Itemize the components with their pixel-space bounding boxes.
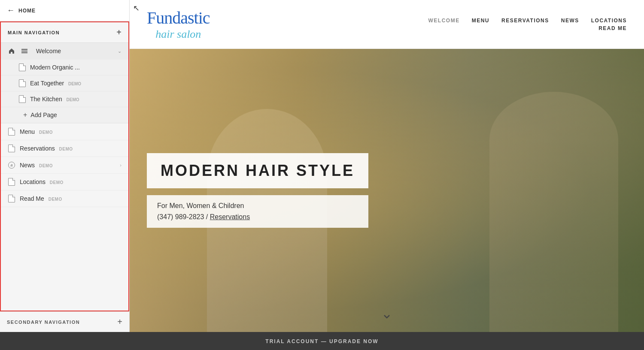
site-nav: WELCOME MENU RESERVATIONS NEWS LOCATIONS… bbox=[428, 18, 627, 31]
hero-section: MODERN HAIR STYLE For Men, Women & Child… bbox=[130, 49, 644, 332]
chevron-down-icon: ⌄ bbox=[118, 48, 122, 54]
secondary-nav-title: SECONDARY NAVIGATION bbox=[7, 320, 80, 325]
news-label: News DEMO bbox=[20, 162, 120, 169]
welcome-label: Welcome bbox=[36, 48, 118, 54]
hero-content: MODERN HAIR STYLE For Men, Women & Child… bbox=[130, 136, 386, 245]
site-header: Fundastic hair salon WELCOME MENU RESERV… bbox=[130, 0, 644, 49]
add-nav-item-button[interactable]: + bbox=[116, 27, 122, 37]
logo-sub-text: hair salon bbox=[155, 28, 201, 41]
nav-item-welcome[interactable]: Welcome ⌄ bbox=[1, 43, 128, 60]
site-nav-locations[interactable]: LOCATIONS bbox=[591, 18, 627, 24]
main-nav-title: MAIN NAVIGATION bbox=[8, 30, 60, 35]
site-logo: Fundastic hair salon bbox=[147, 8, 210, 41]
site-nav-welcome[interactable]: WELCOME bbox=[428, 18, 460, 24]
menu-lines-icon bbox=[21, 47, 28, 55]
hero-phone: (347) 989-2823 / bbox=[157, 213, 210, 220]
secondary-nav-add-button[interactable]: + bbox=[117, 317, 122, 327]
sidebar: ← HOME MAIN NAVIGATION + bbox=[0, 0, 130, 332]
welcome-sub-items: Modern Organic ... Eat Together DEMO The… bbox=[1, 60, 128, 124]
home-icon bbox=[8, 47, 15, 55]
home-button[interactable]: ← HOME bbox=[0, 0, 129, 21]
logo-main-text: Fundastic bbox=[147, 8, 210, 28]
secondary-nav: SECONDARY NAVIGATION + bbox=[0, 311, 129, 332]
add-page-button[interactable]: + Add Page bbox=[1, 107, 128, 123]
hero-title: MODERN HAIR STYLE bbox=[161, 162, 355, 179]
site-nav-reservations[interactable]: RESERVATIONS bbox=[501, 18, 549, 24]
site-nav-row-1: WELCOME MENU RESERVATIONS NEWS LOCATIONS bbox=[428, 18, 627, 24]
sub-item-modern-organic-label: Modern Organic ... bbox=[30, 64, 80, 71]
arrow-left-icon: ← bbox=[7, 6, 15, 15]
home-label: HOME bbox=[18, 8, 36, 14]
doc-icon bbox=[19, 79, 26, 87]
sub-item-the-kitchen[interactable]: The Kitchen DEMO bbox=[1, 91, 128, 107]
read-me-doc-icon bbox=[8, 195, 15, 202]
site-nav-menu[interactable]: MENU bbox=[472, 18, 489, 24]
doc-icon bbox=[19, 95, 26, 103]
reservations-label: Reservations DEMO bbox=[20, 145, 122, 152]
nav-item-menu[interactable]: Menu DEMO bbox=[1, 124, 128, 140]
website-frame: Fundastic hair salon WELCOME MENU RESERV… bbox=[130, 0, 644, 332]
trial-text: TRIAL ACCOUNT — UPGRADE NOW bbox=[265, 338, 378, 344]
reservations-doc-icon bbox=[8, 145, 15, 152]
hero-info-line-2: (347) 989-2823 / Reservations bbox=[157, 213, 358, 221]
add-page-plus-icon: + bbox=[23, 111, 27, 119]
add-page-label: Add Page bbox=[30, 112, 57, 118]
locations-label: Locations DEMO bbox=[20, 178, 122, 185]
nav-item-read-me[interactable]: Read Me DEMO bbox=[1, 190, 128, 207]
sub-item-eat-together[interactable]: Eat Together DEMO bbox=[1, 75, 128, 91]
hero-info-line-1: For Men, Women & Children bbox=[157, 202, 358, 210]
nav-item-news[interactable]: a News DEMO › bbox=[1, 157, 128, 174]
doc-icon bbox=[19, 63, 26, 71]
nav-item-locations[interactable]: Locations DEMO bbox=[1, 174, 128, 190]
sub-item-eat-together-label: Eat Together DEMO bbox=[30, 80, 81, 87]
read-me-label: Read Me DEMO bbox=[20, 195, 122, 202]
menu-doc-icon bbox=[8, 128, 15, 136]
hero-info-box: For Men, Women & Children (347) 989-2823… bbox=[147, 195, 368, 228]
app-container: ← HOME MAIN NAVIGATION + bbox=[0, 0, 644, 350]
hero-reservations-link[interactable]: Reservations bbox=[210, 213, 250, 220]
preview-pane: ↖ Fundastic hair salon WELCOME MENU RESE… bbox=[130, 0, 644, 332]
bottom-bar: TRIAL ACCOUNT — UPGRADE NOW bbox=[0, 332, 644, 350]
sub-item-the-kitchen-label: The Kitchen DEMO bbox=[30, 96, 79, 103]
news-icon: a bbox=[8, 161, 15, 169]
chevron-right-icon: › bbox=[120, 163, 122, 168]
main-nav-section: MAIN NAVIGATION + Welcome bbox=[0, 21, 129, 311]
nav-header: MAIN NAVIGATION + bbox=[1, 22, 128, 43]
main-row: ← HOME MAIN NAVIGATION + bbox=[0, 0, 644, 332]
site-nav-news[interactable]: NEWS bbox=[561, 18, 579, 24]
hero-scroll-down[interactable] bbox=[382, 311, 392, 323]
menu-label: Menu DEMO bbox=[20, 128, 122, 135]
site-nav-read-me[interactable]: READ ME bbox=[598, 25, 627, 31]
locations-doc-icon bbox=[8, 178, 15, 186]
trial-account-text: TRIAL ACCOUNT — UPGRADE NOW bbox=[265, 338, 378, 344]
hero-title-box: MODERN HAIR STYLE bbox=[147, 153, 368, 188]
site-nav-row-2: READ ME bbox=[598, 25, 627, 31]
sub-item-modern-organic[interactable]: Modern Organic ... bbox=[1, 60, 128, 75]
nav-item-reservations[interactable]: Reservations DEMO bbox=[1, 140, 128, 157]
